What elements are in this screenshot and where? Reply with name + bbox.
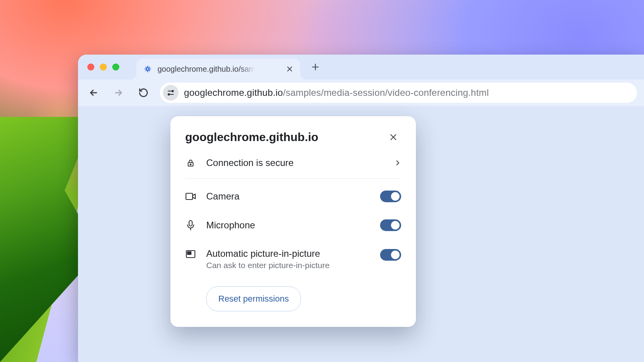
- window-controls: [87, 64, 119, 71]
- url-host: googlechrome.github.io: [184, 87, 283, 98]
- permission-row-microphone: Microphone: [170, 211, 416, 240]
- permission-label: Automatic picture-in-picture: [206, 248, 329, 259]
- camera-toggle[interactable]: [380, 191, 401, 202]
- browser-tab[interactable]: googlechrome.github.io/sam: [136, 58, 300, 79]
- permission-row-pip: Automatic picture-in-picture Can ask to …: [170, 240, 416, 279]
- permission-sublabel: Can ask to enter picture-in-picture: [206, 261, 329, 270]
- url-text: googlechrome.github.io/samples/media-ses…: [184, 88, 489, 97]
- svg-rect-6: [189, 221, 192, 226]
- camera-icon: [185, 192, 196, 201]
- popover-close-button[interactable]: [386, 129, 401, 145]
- connection-security-row[interactable]: Connection is secure: [170, 149, 416, 177]
- chevron-right-icon: [394, 159, 401, 166]
- svg-point-1: [172, 90, 173, 92]
- svg-rect-5: [186, 193, 193, 200]
- back-button[interactable]: [85, 84, 102, 101]
- svg-point-4: [190, 164, 191, 165]
- url-path: /samples/media-session/video-conferencin…: [283, 87, 489, 98]
- new-tab-button[interactable]: [311, 63, 320, 71]
- forward-button[interactable]: [110, 84, 127, 101]
- lock-icon: [185, 158, 196, 168]
- svg-point-2: [168, 94, 170, 95]
- permission-label: Camera: [206, 191, 239, 202]
- permission-label: Microphone: [206, 220, 255, 231]
- close-window-button[interactable]: [87, 64, 94, 71]
- fullscreen-window-button[interactable]: [112, 64, 119, 71]
- tab-strip: googlechrome.github.io/sam: [78, 55, 644, 79]
- tab-close-button[interactable]: [286, 65, 293, 72]
- browser-toolbar: googlechrome.github.io/samples/media-ses…: [78, 79, 644, 106]
- pip-toggle[interactable]: [380, 249, 401, 261]
- address-bar[interactable]: googlechrome.github.io/samples/media-ses…: [160, 83, 637, 103]
- reset-permissions-button[interactable]: Reset permissions: [206, 286, 301, 311]
- popover-origin-title: googlechrome.github.io: [185, 131, 318, 144]
- microphone-icon: [185, 220, 196, 231]
- picture-in-picture-icon: [185, 250, 196, 258]
- svg-rect-8: [188, 252, 191, 254]
- divider: [185, 178, 401, 179]
- microphone-toggle[interactable]: [380, 219, 401, 231]
- tab-title: googlechrome.github.io/sam: [157, 65, 255, 74]
- site-settings-button[interactable]: [163, 85, 179, 101]
- minimize-window-button[interactable]: [100, 64, 107, 71]
- svg-point-0: [147, 68, 149, 70]
- permission-row-camera: Camera: [170, 182, 416, 211]
- site-info-popover: googlechrome.github.io Connection is sec…: [170, 116, 416, 327]
- connection-security-label: Connection is secure: [206, 157, 294, 168]
- reload-button[interactable]: [135, 84, 152, 101]
- tab-favicon-icon: [143, 65, 152, 73]
